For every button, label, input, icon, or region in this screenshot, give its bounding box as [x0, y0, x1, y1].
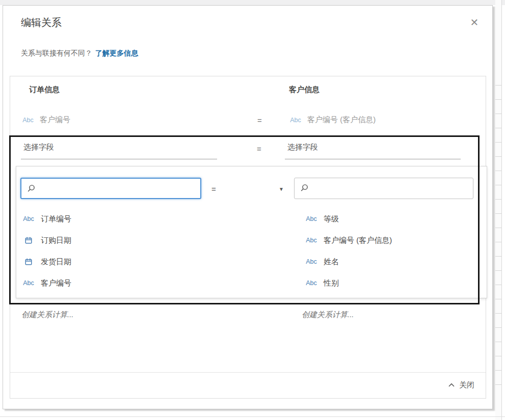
field-label: 等级	[324, 214, 339, 224]
abc-icon: Abc	[304, 258, 318, 265]
right-search-box	[294, 178, 473, 199]
collapse-label: 关闭	[459, 380, 474, 390]
abc-icon: Abc	[21, 215, 36, 222]
right-field-select[interactable]: 选择字段	[285, 143, 461, 159]
list-item[interactable]: Abc订单编号	[21, 208, 71, 230]
background-strip	[0, 0, 505, 5]
window-bottom-edge	[0, 416, 505, 417]
left-field-list: Abc订单编号订购日期发货日期Abc客户编号	[21, 208, 71, 294]
subtitle-question: 关系与联接有何不同？	[21, 49, 92, 57]
field-picker-dropdown: = ▼ Abc订单编号订购日期发货日期Abc客户编号 Abc等级Abc客户编号 …	[16, 166, 487, 298]
chevron-down-icon: ▼	[279, 186, 284, 192]
pair-row-left-field[interactable]: Abc 客户编号	[21, 115, 70, 125]
chevron-up-icon	[448, 383, 455, 387]
background-table-fragment	[495, 0, 502, 420]
close-icon[interactable]: ✕	[467, 15, 482, 30]
right-search-input[interactable]	[295, 178, 473, 199]
field-label: 性别	[324, 278, 339, 288]
footer-divider	[10, 372, 486, 373]
list-item[interactable]: Abc姓名	[304, 251, 392, 272]
abc-icon: Abc	[21, 117, 35, 124]
right-field-list: Abc等级Abc客户编号 (客户信息)Abc姓名Abc性别	[304, 208, 392, 294]
edit-relationship-dialog: 编辑关系 ✕ 关系与联接有何不同？了解更多信息 订单信息 客户信息 Abc 客户…	[3, 5, 493, 409]
field-label: 客户编号	[41, 278, 71, 288]
search-icon	[26, 184, 36, 194]
field-label: 客户编号 (客户信息)	[324, 236, 392, 245]
field-label: 客户编号	[40, 115, 70, 125]
abc-icon: Abc	[304, 237, 318, 244]
calendar-icon	[21, 236, 36, 244]
collapse-close-button[interactable]: 关闭	[448, 380, 474, 390]
list-item[interactable]: 订购日期	[21, 230, 71, 251]
field-label: 姓名	[324, 257, 339, 267]
operator-value: =	[211, 185, 216, 193]
background-table-rows	[495, 71, 501, 392]
calendar-icon	[21, 258, 36, 266]
abc-icon: Abc	[21, 279, 36, 287]
left-search-input[interactable]	[21, 179, 200, 198]
select-row-operator: =	[257, 145, 261, 153]
left-table-header: 订单信息	[29, 85, 60, 95]
dialog-subtitle: 关系与联接有何不同？了解更多信息	[21, 49, 138, 58]
pair-row-right-field[interactable]: Abc 客户编号 (客户信息)	[289, 115, 376, 125]
right-table-header: 客户信息	[289, 85, 320, 95]
pair-row-operator: =	[257, 116, 262, 125]
list-item[interactable]: Abc等级	[304, 208, 392, 230]
field-label: 订购日期	[41, 236, 71, 245]
left-field-select[interactable]: 选择字段	[21, 143, 217, 159]
abc-icon: Abc	[304, 215, 318, 222]
create-calc-link-right[interactable]: 创建关系计算...	[302, 310, 354, 320]
list-item[interactable]: Abc性别	[304, 272, 392, 294]
operator-dropdown[interactable]: = ▼	[207, 182, 288, 196]
create-calc-link-left[interactable]: 创建关系计算...	[21, 310, 74, 320]
abc-icon: Abc	[304, 279, 318, 287]
left-search-box	[20, 178, 201, 199]
field-label: 客户编号 (客户信息)	[307, 115, 376, 125]
learn-more-link[interactable]: 了解更多信息	[95, 49, 138, 57]
field-label: 订单编号	[41, 214, 71, 224]
list-item[interactable]: Abc客户编号	[21, 272, 71, 294]
list-item[interactable]: Abc客户编号 (客户信息)	[304, 230, 392, 251]
list-item[interactable]: 发货日期	[21, 251, 71, 272]
field-label: 发货日期	[41, 257, 71, 267]
search-icon	[299, 183, 309, 193]
dialog-title: 编辑关系	[21, 16, 62, 30]
abc-icon: Abc	[289, 117, 302, 124]
